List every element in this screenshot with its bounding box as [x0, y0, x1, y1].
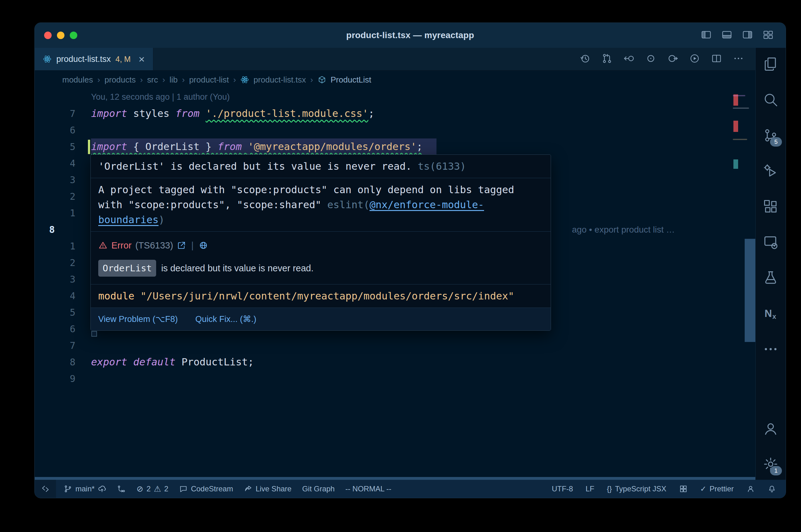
gutter-line-number[interactable]: [35, 89, 91, 105]
git-pull-request-icon[interactable]: [601, 53, 613, 65]
gutter-line-number[interactable]: 1: [35, 238, 91, 254]
quick-fix-link[interactable]: Quick Fix... (⌘.): [195, 312, 256, 327]
gutter-line-number[interactable]: 4: [35, 155, 91, 172]
view-problem-link[interactable]: View Problem (⌥F8): [98, 312, 178, 327]
code-line-import-styles[interactable]: import styles from './product-list.modul…: [91, 105, 755, 122]
gutter-line-number[interactable]: 9: [35, 370, 91, 387]
git-branch-status[interactable]: main*: [63, 484, 106, 493]
breadcrumb-file[interactable]: product-list.tsx: [253, 75, 306, 85]
keyword-token: import: [91, 141, 127, 153]
diagnostic-source: ): [159, 214, 165, 226]
encoding-label: UTF-8: [552, 484, 573, 493]
gutter-line-number[interactable]: 7: [35, 105, 91, 122]
language-mode-status[interactable]: {} TypeScript JSX: [607, 484, 666, 493]
accounts-icon[interactable]: [759, 417, 782, 440]
code-line-import-orderlist[interactable]: import { OrderList } from '@myreactapp/m…: [91, 138, 755, 155]
gutter-current-line-number[interactable]: 8: [35, 221, 91, 238]
minimap[interactable]: [724, 89, 755, 477]
globe-icon[interactable]: [199, 241, 208, 250]
gutter-line-number[interactable]: 3: [35, 172, 91, 188]
remote-indicator[interactable]: [35, 480, 56, 498]
codestream-status[interactable]: CodeStream: [179, 484, 233, 493]
zoom-window-button[interactable]: [70, 32, 77, 39]
explorer-icon[interactable]: [759, 53, 782, 75]
prettier-status[interactable]: ✓ Prettier: [700, 484, 734, 493]
circle-outline-icon[interactable]: [645, 53, 656, 65]
breadcrumb-modules[interactable]: modules: [62, 75, 93, 85]
external-link-icon[interactable]: [177, 241, 186, 250]
breadcrumb-lib[interactable]: lib: [169, 75, 178, 85]
gitlens-blame-annotation[interactable]: You, 12 seconds ago | 1 author (You): [91, 89, 755, 105]
toggle-sidebar-right-icon[interactable]: [742, 29, 753, 42]
settings-gear-icon[interactable]: 1: [759, 453, 782, 475]
run-file-icon[interactable]: [689, 53, 700, 65]
eol-status[interactable]: LF: [585, 484, 594, 493]
gutter-line-number[interactable]: 2: [35, 254, 91, 271]
source-control-icon[interactable]: 5: [759, 124, 782, 147]
gutter-line-number[interactable]: 5: [35, 138, 91, 155]
problems-status[interactable]: ⊘ 2 ⚠ 2: [136, 484, 168, 493]
gutter-line-number[interactable]: 6: [35, 321, 91, 337]
gutter-line-number[interactable]: 1: [35, 205, 91, 221]
testing-beaker-icon[interactable]: [759, 267, 782, 289]
gutter-line-number[interactable]: 4: [35, 288, 91, 304]
breadcrumb-src[interactable]: src: [147, 75, 158, 85]
code-editor[interactable]: 7 6 5 4 3 2 1 8 1 2 3 4 5 6 7 8 9: [35, 89, 755, 480]
close-window-button[interactable]: [44, 32, 52, 39]
hover-problem-widget: 'OrderList' is declared but its value is…: [90, 154, 551, 331]
split-editor-icon[interactable]: [711, 53, 722, 65]
extension-grid-status[interactable]: [679, 484, 688, 493]
feedback-status[interactable]: [746, 484, 755, 493]
overview-ruler-info-mark: [733, 159, 738, 169]
extensions-icon[interactable]: [759, 195, 782, 218]
tab-title: product-list.tsx: [56, 54, 111, 64]
breadcrumb-symbol[interactable]: ProductList: [331, 75, 371, 85]
search-icon[interactable]: [759, 89, 782, 111]
editor-group: product-list.tsx 4, M × modules: [35, 48, 755, 480]
gutter-line-number[interactable]: 8: [35, 354, 91, 370]
gutter-line-number[interactable]: 2: [35, 188, 91, 205]
code-line-export-default[interactable]: export default ProductList;: [91, 354, 755, 370]
gutter-line-number[interactable]: 6: [35, 122, 91, 138]
run-and-debug-icon[interactable]: [759, 160, 782, 182]
breadcrumb-products[interactable]: products: [105, 75, 136, 85]
git-compare-status[interactable]: [117, 484, 126, 493]
live-share-status[interactable]: Live Share: [244, 484, 292, 493]
notifications-status[interactable]: [767, 484, 776, 493]
warning-triangle-icon: [98, 241, 108, 250]
git-graph-status[interactable]: Git Graph: [302, 484, 335, 493]
remote-explorer-icon[interactable]: [759, 231, 782, 253]
gutter-line-number[interactable]: 7: [35, 337, 91, 354]
nx-console-icon[interactable]: Nx: [759, 302, 782, 325]
gutter-line-number[interactable]: 3: [35, 271, 91, 288]
check-icon: ✓: [700, 484, 707, 493]
live-share-icon: [244, 484, 253, 493]
open-changes-back-icon[interactable]: [623, 53, 635, 65]
toggle-panel-icon[interactable]: [721, 29, 732, 42]
customize-layout-icon[interactable]: [763, 29, 774, 42]
encoding-status[interactable]: UTF-8: [552, 484, 573, 493]
tab-product-list[interactable]: product-list.tsx 4, M ×: [35, 48, 153, 70]
close-tab-icon[interactable]: ×: [139, 54, 145, 64]
horizontal-scrollbar[interactable]: [35, 477, 755, 480]
breadcrumb: modules › products › src › lib › product…: [35, 71, 755, 89]
vertical-scrollbar-thumb[interactable]: [745, 239, 755, 342]
vim-mode-status[interactable]: -- NORMAL --: [345, 484, 392, 493]
navigate-forward-icon[interactable]: [667, 53, 678, 65]
react-icon: [240, 75, 249, 84]
more-views-icon[interactable]: [759, 338, 782, 360]
activity-bar: 5 Nx 1: [755, 48, 786, 480]
warning-count: 2: [164, 484, 168, 493]
timeline-history-icon[interactable]: [580, 53, 591, 65]
gutter-line-number[interactable]: 5: [35, 304, 91, 321]
hover-resize-grip[interactable]: [91, 331, 97, 337]
symbol-box-icon: [317, 75, 326, 84]
minimize-window-button[interactable]: [57, 32, 65, 39]
line-number-gutter: 7 6 5 4 3 2 1 8 1 2 3 4 5 6 7 8 9: [35, 89, 91, 387]
code-token: {: [127, 141, 145, 153]
git-modified-gutter-marker: [88, 140, 90, 154]
window-title: product-list.tsx — myreactapp: [35, 30, 786, 40]
breadcrumb-product-list[interactable]: product-list: [189, 75, 229, 85]
toggle-sidebar-left-icon[interactable]: [700, 29, 712, 42]
more-actions-icon[interactable]: [733, 53, 744, 65]
